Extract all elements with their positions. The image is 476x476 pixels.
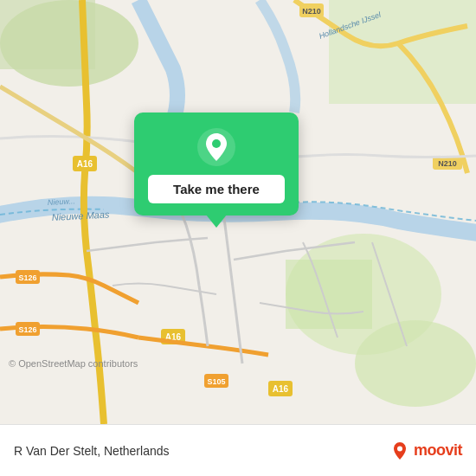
svg-text:N210: N210 xyxy=(302,7,321,16)
svg-text:A16: A16 xyxy=(77,159,93,169)
location-pin-icon xyxy=(197,128,235,166)
map-copyright: © OpenStreetMap contributors xyxy=(9,358,138,369)
popup-card[interactable]: Take me there xyxy=(134,113,299,215)
svg-text:Nieuw...: Nieuw... xyxy=(48,196,75,207)
svg-point-27 xyxy=(212,139,221,148)
svg-text:S105: S105 xyxy=(207,377,225,386)
svg-rect-6 xyxy=(329,0,476,104)
location-label: R Van Der Stelt, Netherlands xyxy=(14,444,170,458)
moovit-logo: moovit xyxy=(389,441,462,461)
svg-text:S126: S126 xyxy=(18,273,36,282)
svg-text:A16: A16 xyxy=(273,384,289,394)
svg-point-2 xyxy=(355,320,476,407)
svg-text:N210: N210 xyxy=(438,159,457,168)
moovit-pin-icon xyxy=(389,441,410,461)
footer-bar: R Van Der Stelt, Netherlands moovit xyxy=(0,424,476,476)
take-me-there-button[interactable]: Take me there xyxy=(148,175,285,203)
location-text: R Van Der Stelt, Netherlands xyxy=(14,444,170,458)
moovit-text: moovit xyxy=(414,441,462,460)
svg-point-28 xyxy=(397,446,402,451)
svg-text:S126: S126 xyxy=(18,325,36,334)
svg-rect-3 xyxy=(286,260,372,329)
map-container: A16 A16 A16 N210 N210 S126 S126 S105 xyxy=(0,0,476,424)
